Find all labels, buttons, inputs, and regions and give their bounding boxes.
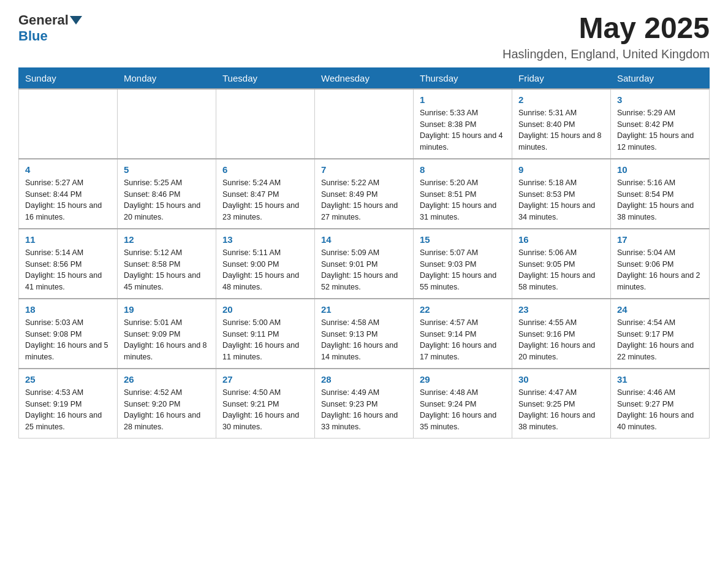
day-info: Sunrise: 5:22 AM Sunset: 8:49 PM Dayligh… bbox=[321, 177, 407, 223]
day-number: 12 bbox=[124, 234, 210, 245]
calendar-cell-w1-d4: 1Sunrise: 5:33 AM Sunset: 8:38 PM Daylig… bbox=[414, 89, 512, 159]
day-number: 22 bbox=[420, 304, 506, 315]
calendar-cell-w2-d0: 4Sunrise: 5:27 AM Sunset: 8:44 PM Daylig… bbox=[19, 159, 118, 229]
day-number: 18 bbox=[25, 304, 111, 315]
calendar-cell-w3-d6: 17Sunrise: 5:04 AM Sunset: 9:06 PM Dayli… bbox=[611, 229, 710, 299]
day-info: Sunrise: 4:46 AM Sunset: 9:27 PM Dayligh… bbox=[617, 387, 703, 433]
day-info: Sunrise: 5:18 AM Sunset: 8:53 PM Dayligh… bbox=[518, 177, 604, 223]
day-info: Sunrise: 4:58 AM Sunset: 9:13 PM Dayligh… bbox=[321, 317, 407, 363]
calendar-table: Sunday Monday Tuesday Wednesday Thursday… bbox=[18, 67, 710, 439]
logo-general-text: General bbox=[18, 12, 69, 28]
day-number: 20 bbox=[222, 304, 308, 315]
day-info: Sunrise: 4:57 AM Sunset: 9:14 PM Dayligh… bbox=[420, 317, 506, 363]
title-section: May 2025 Haslingden, England, United Kin… bbox=[502, 12, 710, 61]
day-number: 25 bbox=[25, 374, 111, 385]
day-info: Sunrise: 4:48 AM Sunset: 9:24 PM Dayligh… bbox=[420, 387, 506, 433]
logo-arrow-icon bbox=[70, 16, 82, 25]
calendar-cell-w5-d4: 29Sunrise: 4:48 AM Sunset: 9:24 PM Dayli… bbox=[414, 369, 512, 439]
header-thursday: Thursday bbox=[414, 67, 512, 89]
days-header-row: Sunday Monday Tuesday Wednesday Thursday… bbox=[19, 67, 710, 89]
day-number: 26 bbox=[124, 374, 210, 385]
day-info: Sunrise: 5:12 AM Sunset: 8:58 PM Dayligh… bbox=[124, 247, 210, 293]
day-number: 9 bbox=[518, 164, 604, 175]
day-info: Sunrise: 5:04 AM Sunset: 9:06 PM Dayligh… bbox=[617, 247, 703, 293]
day-number: 7 bbox=[321, 164, 407, 175]
calendar-cell-w5-d1: 26Sunrise: 4:52 AM Sunset: 9:20 PM Dayli… bbox=[118, 369, 216, 439]
day-number: 10 bbox=[617, 164, 703, 175]
calendar-cell-w2-d2: 6Sunrise: 5:24 AM Sunset: 8:47 PM Daylig… bbox=[216, 159, 315, 229]
day-info: Sunrise: 4:54 AM Sunset: 9:17 PM Dayligh… bbox=[617, 317, 703, 363]
day-number: 1 bbox=[420, 94, 506, 105]
header-saturday: Saturday bbox=[611, 67, 710, 89]
calendar-cell-w2-d6: 10Sunrise: 5:16 AM Sunset: 8:54 PM Dayli… bbox=[611, 159, 710, 229]
day-info: Sunrise: 5:11 AM Sunset: 9:00 PM Dayligh… bbox=[222, 247, 308, 293]
calendar-cell-w3-d2: 13Sunrise: 5:11 AM Sunset: 9:00 PM Dayli… bbox=[216, 229, 315, 299]
day-info: Sunrise: 5:07 AM Sunset: 9:03 PM Dayligh… bbox=[420, 247, 506, 293]
header-tuesday: Tuesday bbox=[216, 67, 315, 89]
day-info: Sunrise: 5:14 AM Sunset: 8:56 PM Dayligh… bbox=[25, 247, 111, 293]
calendar-cell-w1-d2 bbox=[216, 89, 315, 159]
logo: General Blue bbox=[18, 12, 83, 44]
day-info: Sunrise: 4:52 AM Sunset: 9:20 PM Dayligh… bbox=[124, 387, 210, 433]
day-info: Sunrise: 5:09 AM Sunset: 9:01 PM Dayligh… bbox=[321, 247, 407, 293]
day-info: Sunrise: 5:03 AM Sunset: 9:08 PM Dayligh… bbox=[25, 317, 111, 363]
calendar-cell-w2-d5: 9Sunrise: 5:18 AM Sunset: 8:53 PM Daylig… bbox=[512, 159, 611, 229]
day-number: 16 bbox=[518, 234, 604, 245]
calendar-cell-w3-d1: 12Sunrise: 5:12 AM Sunset: 8:58 PM Dayli… bbox=[118, 229, 216, 299]
calendar-cell-w1-d5: 2Sunrise: 5:31 AM Sunset: 8:40 PM Daylig… bbox=[512, 89, 611, 159]
header-sunday: Sunday bbox=[19, 67, 118, 89]
day-info: Sunrise: 4:47 AM Sunset: 9:25 PM Dayligh… bbox=[518, 387, 604, 433]
calendar-cell-w1-d6: 3Sunrise: 5:29 AM Sunset: 8:42 PM Daylig… bbox=[611, 89, 710, 159]
calendar-cell-w4-d4: 22Sunrise: 4:57 AM Sunset: 9:14 PM Dayli… bbox=[414, 299, 512, 369]
calendar-cell-w5-d5: 30Sunrise: 4:47 AM Sunset: 9:25 PM Dayli… bbox=[512, 369, 611, 439]
header-wednesday: Wednesday bbox=[315, 67, 414, 89]
calendar-cell-w2-d3: 7Sunrise: 5:22 AM Sunset: 8:49 PM Daylig… bbox=[315, 159, 414, 229]
day-number: 31 bbox=[617, 374, 703, 385]
page-header: General Blue May 2025 Haslingden, Englan… bbox=[18, 12, 710, 61]
week-row-5: 25Sunrise: 4:53 AM Sunset: 9:19 PM Dayli… bbox=[19, 369, 710, 439]
week-row-1: 1Sunrise: 5:33 AM Sunset: 8:38 PM Daylig… bbox=[19, 89, 710, 159]
month-title: May 2025 bbox=[502, 12, 710, 45]
calendar-cell-w1-d3 bbox=[315, 89, 414, 159]
calendar-cell-w5-d3: 28Sunrise: 4:49 AM Sunset: 9:23 PM Dayli… bbox=[315, 369, 414, 439]
location-title: Haslingden, England, United Kingdom bbox=[502, 47, 710, 61]
day-info: Sunrise: 5:16 AM Sunset: 8:54 PM Dayligh… bbox=[617, 177, 703, 223]
logo-blue-text: Blue bbox=[18, 28, 48, 44]
calendar-cell-w2-d4: 8Sunrise: 5:20 AM Sunset: 8:51 PM Daylig… bbox=[414, 159, 512, 229]
day-info: Sunrise: 5:06 AM Sunset: 9:05 PM Dayligh… bbox=[518, 247, 604, 293]
day-info: Sunrise: 5:00 AM Sunset: 9:11 PM Dayligh… bbox=[222, 317, 308, 363]
calendar-cell-w4-d0: 18Sunrise: 5:03 AM Sunset: 9:08 PM Dayli… bbox=[19, 299, 118, 369]
day-info: Sunrise: 5:29 AM Sunset: 8:42 PM Dayligh… bbox=[617, 107, 703, 153]
day-info: Sunrise: 5:25 AM Sunset: 8:46 PM Dayligh… bbox=[124, 177, 210, 223]
calendar-cell-w5-d0: 25Sunrise: 4:53 AM Sunset: 9:19 PM Dayli… bbox=[19, 369, 118, 439]
calendar-cell-w4-d5: 23Sunrise: 4:55 AM Sunset: 9:16 PM Dayli… bbox=[512, 299, 611, 369]
week-row-4: 18Sunrise: 5:03 AM Sunset: 9:08 PM Dayli… bbox=[19, 299, 710, 369]
day-info: Sunrise: 5:01 AM Sunset: 9:09 PM Dayligh… bbox=[124, 317, 210, 363]
week-row-3: 11Sunrise: 5:14 AM Sunset: 8:56 PM Dayli… bbox=[19, 229, 710, 299]
day-number: 6 bbox=[222, 164, 308, 175]
calendar-cell-w2-d1: 5Sunrise: 5:25 AM Sunset: 8:46 PM Daylig… bbox=[118, 159, 216, 229]
calendar-cell-w3-d3: 14Sunrise: 5:09 AM Sunset: 9:01 PM Dayli… bbox=[315, 229, 414, 299]
day-number: 3 bbox=[617, 94, 703, 105]
day-number: 5 bbox=[124, 164, 210, 175]
day-info: Sunrise: 5:20 AM Sunset: 8:51 PM Dayligh… bbox=[420, 177, 506, 223]
day-number: 15 bbox=[420, 234, 506, 245]
header-friday: Friday bbox=[512, 67, 611, 89]
calendar-cell-w4-d6: 24Sunrise: 4:54 AM Sunset: 9:17 PM Dayli… bbox=[611, 299, 710, 369]
day-info: Sunrise: 4:49 AM Sunset: 9:23 PM Dayligh… bbox=[321, 387, 407, 433]
day-info: Sunrise: 4:55 AM Sunset: 9:16 PM Dayligh… bbox=[518, 317, 604, 363]
day-number: 2 bbox=[518, 94, 604, 105]
calendar-cell-w1-d1 bbox=[118, 89, 216, 159]
day-info: Sunrise: 4:53 AM Sunset: 9:19 PM Dayligh… bbox=[25, 387, 111, 433]
day-info: Sunrise: 5:24 AM Sunset: 8:47 PM Dayligh… bbox=[222, 177, 308, 223]
calendar-cell-w1-d0 bbox=[19, 89, 118, 159]
day-number: 21 bbox=[321, 304, 407, 315]
day-number: 11 bbox=[25, 234, 111, 245]
day-number: 27 bbox=[222, 374, 308, 385]
header-monday: Monday bbox=[118, 67, 216, 89]
day-number: 24 bbox=[617, 304, 703, 315]
day-info: Sunrise: 5:31 AM Sunset: 8:40 PM Dayligh… bbox=[518, 107, 604, 153]
day-info: Sunrise: 4:50 AM Sunset: 9:21 PM Dayligh… bbox=[222, 387, 308, 433]
calendar-cell-w3-d0: 11Sunrise: 5:14 AM Sunset: 8:56 PM Dayli… bbox=[19, 229, 118, 299]
day-number: 30 bbox=[518, 374, 604, 385]
